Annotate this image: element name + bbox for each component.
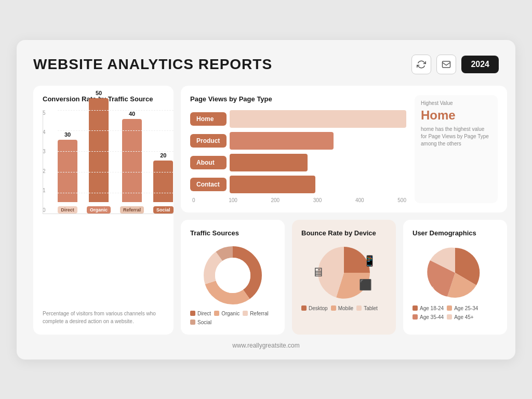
- traffic-donut-svg: [202, 244, 264, 307]
- bar-referral: 40 Referral: [120, 111, 144, 214]
- user-demographics-card: User Demographics: [403, 220, 507, 335]
- highest-label: Highest Value: [421, 100, 491, 106]
- demo-pie-svg: [424, 244, 486, 301]
- bar-social: 20 Social: [153, 152, 174, 214]
- traffic-sources-card: Traffic Sources Direct: [181, 220, 285, 335]
- refresh-icon: [417, 60, 426, 69]
- bounce-rate-card: Bounce Rate by Device 🖥: [292, 220, 396, 335]
- highest-desc: home has the highest value for Page View…: [421, 126, 491, 148]
- mail-button[interactable]: [436, 55, 456, 74]
- pct-label-3544: 30%: [424, 286, 434, 292]
- page-views-card: Page Views by Page Type Home Product Abo…: [181, 86, 507, 212]
- demo-pie: 15% 20% 30% 35%: [413, 244, 498, 301]
- refresh-button[interactable]: [411, 55, 431, 74]
- page-views-title: Page Views by Page Type: [190, 95, 406, 103]
- svg-rect-0: [443, 61, 450, 68]
- bar-chart-inner: 30 Direct 50 Organic 40: [43, 110, 174, 214]
- page-title: WEBSITE ANALYTICS REPORTS: [33, 56, 272, 73]
- header: WEBSITE ANALYTICS REPORTS 2024: [33, 55, 499, 74]
- hbar-product: Product: [190, 132, 406, 150]
- bar-direct: 30 Direct: [58, 131, 77, 214]
- pct-label-2534: 20%: [483, 259, 494, 264]
- mail-icon: [442, 60, 451, 69]
- bounce-pie: 🖥 📱 ⬛: [301, 244, 387, 301]
- hbar-contact: Contact: [190, 176, 406, 193]
- page-views-bars: Page Views by Page Type Home Product Abo…: [190, 95, 406, 203]
- content-grid: Conversion Rate by Traffic Source 0 1 2 …: [33, 86, 499, 335]
- footer-url: www.reallygreatsite.com: [33, 342, 499, 349]
- traffic-legend: Direct Organic Referral Social: [190, 311, 275, 325]
- demo-legend: Age 18-24 Age 25-34 Age 35-44 Age 45+: [413, 305, 498, 320]
- user-demographics-title: User Demographics: [413, 229, 498, 237]
- conversion-description: Percentage of visitors from various chan…: [43, 310, 164, 325]
- conversion-rate-card: Conversion Rate by Traffic Source 0 1 2 …: [33, 86, 174, 335]
- header-actions: 2024: [411, 55, 499, 74]
- hbar-about: About: [190, 154, 406, 171]
- bounce-legend: Desktop Mobile Tablet: [301, 305, 387, 311]
- traffic-sources-title: Traffic Sources: [190, 229, 275, 237]
- highest-value-box: Highest Value Home home has the highest …: [415, 95, 498, 203]
- svg-point-5: [215, 258, 250, 293]
- bar-organic: 50 Organic: [87, 90, 111, 214]
- year-badge[interactable]: 2024: [461, 56, 499, 73]
- hbar-home: Home: [190, 110, 406, 128]
- bounce-rate-title: Bounce Rate by Device: [301, 229, 387, 237]
- highest-value: Home: [421, 108, 491, 123]
- bounce-pie-svg: [310, 244, 378, 301]
- pct-label-1524: 15%: [480, 247, 490, 252]
- bottom-row: Traffic Sources Direct: [181, 220, 507, 335]
- traffic-donut: [190, 244, 275, 307]
- pct-label-45plus: 35%: [418, 259, 428, 264]
- bar-chart-area: 0 1 2 3 4 5: [43, 110, 164, 303]
- main-card: WEBSITE ANALYTICS REPORTS 2024 Conversio…: [17, 40, 515, 360]
